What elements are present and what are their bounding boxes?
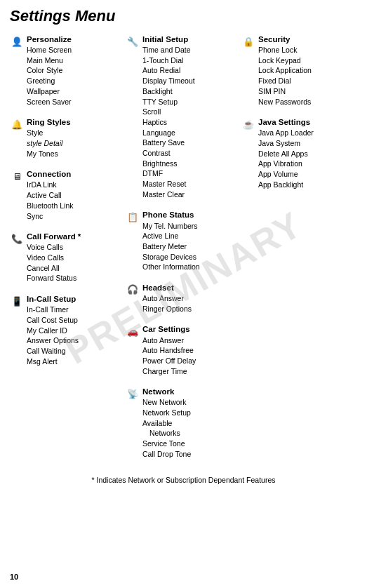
security-content: Security Phone Lock Lock Keypad Lock App… (258, 34, 312, 107)
security-title: Security (258, 34, 312, 45)
section-ring-styles: 🔔 Ring Styles Style style Detail My Tone… (10, 116, 126, 159)
phone-status-content: Phone Status My Tel. Numbers Active Line… (142, 209, 200, 272)
java-settings-item-5: App Volume (258, 169, 314, 180)
section-network: 📡 Network New Network Network Setup Avai… (126, 386, 241, 459)
connection-item-1: IrDA Link (27, 180, 74, 190)
initial-setup-item-7: Scroll (142, 107, 195, 117)
personalize-item-2: Main Menu (27, 55, 72, 66)
car-settings-icon: 🚗 (126, 324, 140, 338)
java-settings-item-3: Delete All Apps (258, 149, 314, 159)
columns-container: 👤 Personalize Home Screen Main Menu Colo… (10, 34, 357, 463)
connection-item-3: Bluetooth Link (27, 201, 74, 211)
initial-setup-item-12: Brightness (142, 159, 195, 169)
section-connection: 🖥 Connection IrDA Link Active Call Bluet… (10, 168, 126, 221)
connection-title: Connection (27, 168, 74, 180)
personalize-item-3: Color Style (27, 65, 72, 76)
call-forward-icon: 📞 (10, 232, 24, 246)
page-number: 10 (10, 573, 18, 581)
connection-item-4: Sync (27, 211, 74, 222)
in-call-setup-content: In-Call Setup In-Call Timer Call Cost Se… (27, 293, 79, 366)
initial-setup-item-8: Haptics (142, 117, 195, 128)
initial-setup-title: Initial Setup (142, 34, 195, 45)
car-settings-title: Car Settings (142, 323, 196, 335)
network-content: Network New Network Network Setup Availa… (142, 386, 191, 459)
car-settings-content: Car Settings Auto Answer Auto Handsfree … (142, 323, 196, 376)
headset-item-2: Ringer Options (142, 304, 192, 314)
headset-content: Headset Auto Answer Ringer Options (142, 282, 192, 314)
headset-title: Headset (142, 282, 192, 293)
call-forward-title: Call Forward * (27, 231, 81, 242)
section-car-settings: 🚗 Car Settings Auto Answer Auto Handsfre… (126, 323, 241, 376)
connection-icon: 🖥 (10, 169, 24, 183)
car-settings-item-4: Charger Time (142, 366, 196, 377)
car-settings-item-2: Auto Handsfree (142, 345, 196, 356)
initial-setup-content: Initial Setup Time and Date 1-Touch Dial… (142, 34, 195, 199)
phone-status-item-4: Storage Devices (142, 252, 200, 262)
ring-styles-content: Ring Styles Style style Detail My Tones (27, 116, 71, 159)
phone-status-icon: 📋 (126, 210, 140, 224)
initial-setup-item-2: 1-Touch Dial (142, 55, 195, 66)
footer-note: * Indicates Network or Subscription Depe… (10, 476, 357, 484)
initial-setup-item-13: DTMF (142, 168, 195, 179)
headset-item-1: Auto Answer (142, 293, 192, 304)
initial-setup-icon: 🔧 (126, 34, 140, 48)
java-settings-item-2: Java System (258, 138, 314, 149)
section-initial-setup: 🔧 Initial Setup Time and Date 1-Touch Di… (126, 34, 241, 199)
call-forward-item-2: Video Calls (27, 253, 81, 263)
security-icon: 🔒 (241, 34, 255, 48)
security-item-2: Lock Keypad (258, 55, 312, 66)
initial-setup-item-10: Battery Save (142, 138, 195, 148)
in-call-setup-item-6: Msg Alert (27, 356, 79, 367)
network-item-3: Available (142, 418, 191, 429)
initial-setup-item-14: Master Reset (142, 179, 195, 189)
security-item-6: New Passwords (258, 97, 312, 107)
phone-status-item-3: Battery Meter (142, 241, 200, 252)
personalize-content: Personalize Home Screen Main Menu Color … (27, 34, 72, 107)
network-icon: 📡 (126, 387, 140, 401)
java-settings-item-1: Java App Loader (258, 128, 314, 138)
in-call-setup-item-2: Call Cost Setup (27, 315, 79, 326)
personalize-item-6: Screen Saver (27, 97, 72, 107)
personalize-item-5: Wallpaper (27, 86, 72, 97)
initial-setup-item-9: Language (142, 128, 195, 138)
section-in-call-setup: 📱 In-Call Setup In-Call Timer Call Cost … (10, 293, 126, 366)
initial-setup-item-5: Backlight (142, 86, 195, 97)
ring-styles-title: Ring Styles (27, 116, 71, 128)
section-headset: 🎧 Headset Auto Answer Ringer Options (126, 282, 241, 314)
initial-setup-item-3: Auto Redial (142, 65, 195, 76)
initial-setup-item-4: Display Timeout (142, 76, 195, 86)
java-settings-content: Java Settings Java App Loader Java Syste… (258, 116, 314, 189)
personalize-title: Personalize (27, 34, 72, 45)
phone-status-item-5: Other Information (142, 262, 200, 272)
initial-setup-item-15: Master Clear (142, 189, 195, 200)
network-item-6: Call Drop Tone (142, 449, 191, 460)
in-call-setup-item-1: In-Call Timer (27, 305, 79, 315)
call-forward-item-4: Forward Status (27, 273, 81, 283)
java-settings-item-6: App Backlight (258, 180, 314, 190)
call-forward-item-3: Cancel All (27, 263, 81, 274)
headset-icon: 🎧 (126, 283, 140, 297)
phone-status-title: Phone Status (142, 209, 200, 220)
ring-styles-icon: 🔔 (10, 117, 24, 131)
call-forward-content: Call Forward * Voice Calls Video Calls C… (27, 231, 81, 283)
personalize-item-1: Home Screen (27, 45, 72, 55)
java-settings-icon: ☕ (241, 117, 255, 131)
java-settings-title: Java Settings (258, 116, 314, 128)
security-item-3: Lock Application (258, 65, 312, 76)
phone-status-item-1: My Tel. Numbers (142, 221, 200, 232)
column-2: 🔧 Initial Setup Time and Date 1-Touch Di… (126, 34, 241, 463)
security-item-4: Fixed Dial (258, 76, 312, 86)
personalize-item-4: Greeting (27, 76, 72, 86)
network-item-2: Network Setup (142, 408, 191, 418)
call-forward-item-1: Voice Calls (27, 242, 81, 253)
initial-setup-item-6: TTY Setup (142, 97, 195, 107)
connection-item-2: Active Call (27, 190, 74, 201)
ring-styles-item-2: style Detail (27, 138, 71, 149)
section-java-settings: ☕ Java Settings Java App Loader Java Sys… (241, 116, 357, 189)
initial-setup-item-1: Time and Date (142, 45, 195, 55)
section-security: 🔒 Security Phone Lock Lock Keypad Lock A… (241, 34, 357, 107)
network-item-4: Networks (142, 428, 191, 439)
in-call-setup-item-5: Call Waiting (27, 346, 79, 356)
security-item-5: SIM PIN (258, 86, 312, 97)
section-call-forward: 📞 Call Forward * Voice Calls Video Calls… (10, 231, 126, 283)
